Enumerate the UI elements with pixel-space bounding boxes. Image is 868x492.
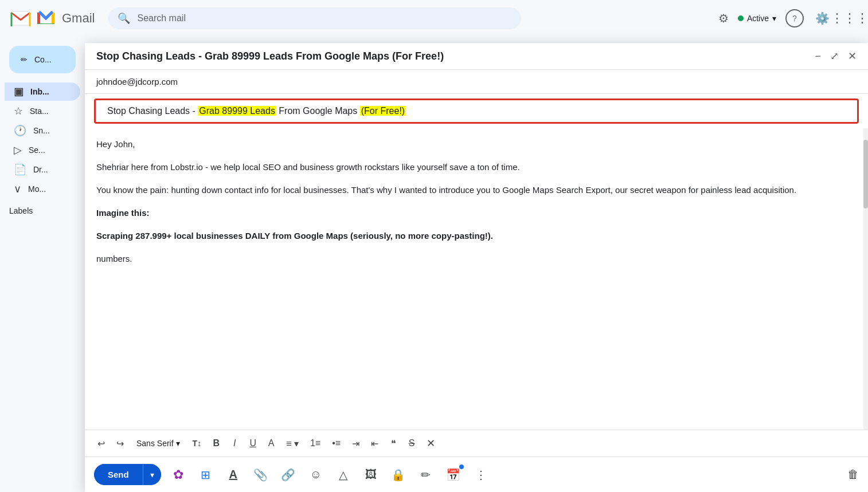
insert-link-button[interactable]: 🔗 [278,465,299,485]
settings-icon[interactable]: ⚙️ [813,9,831,27]
sidebar-item-snoozed[interactable]: 🕐 Sn... [5,121,80,140]
star-icon: ☆ [14,105,23,117]
labels-heading: Labels [0,199,85,218]
grid-view-button[interactable]: ⊞ [196,465,216,485]
expand-button[interactable]: ⤢ [830,50,839,62]
compose-actions: Send ▾ ✿ ⊞ A 📎 🔗 ☺ △ 🖼 🔒 ✏ 📅 ⋮ 🗑 [85,457,868,492]
gmail-background: Gmail 🔍 Search mail ⚙ Active ▾ ? ⚙️ ⋮⋮⋮ … [0,0,868,492]
body-scraping: Scraping 287.999+ local businesses DAILY… [96,229,857,243]
minimize-button[interactable]: − [815,50,821,62]
quote-button[interactable]: ❝ [386,436,400,451]
attach-file-button[interactable]: 📎 [251,465,271,485]
sent-icon: ▷ [14,144,22,156]
bold-button[interactable]: B [209,436,223,451]
indent-decrease-button[interactable]: ⇤ [367,436,382,451]
search-icon: 🔍 [118,12,130,25]
sidebar-item-inbox[interactable]: ▣ Inb... [5,82,80,101]
active-label: Active [747,14,769,23]
sidebar-label-drafts: Dr... [33,165,48,174]
gmail-m-icon [9,7,32,30]
body-pain: You know the pain: hunting down contact … [96,183,857,197]
body-imagine: Imagine this: [96,206,857,220]
sidebar-item-sent[interactable]: ▷ Se... [5,141,80,159]
subject-prefix: Stop Chasing Leads - [107,106,198,116]
underline-button[interactable]: U [246,436,260,451]
gmail-logo: Gmail [9,7,95,30]
window-controls: − ⤢ ✕ [815,50,857,62]
ai-flower-button[interactable]: ✿ [168,465,189,485]
snooze-icon: 🕐 [14,124,26,137]
subject-highlight-2: (For Free!) [360,106,406,116]
sidebar: ✏ Co... ▣ Inb... ☆ Sta... 🕐 Sn... ▷ Se..… [0,37,85,492]
insert-image-button[interactable]: 🖼 [361,465,381,485]
sidebar-label-snoozed: Sn... [33,126,50,135]
topbar-right: ⚙ Active ▾ ? ⚙️ ⋮⋮⋮ [718,9,859,27]
font-arrow-icon: ▾ [176,439,180,448]
inbox-icon: ▣ [14,85,24,98]
italic-button[interactable]: I [228,436,241,451]
compose-pencil-icon: ✏ [21,55,28,64]
sidebar-label-inbox: Inb... [30,87,49,96]
sidebar-label-more: Mo... [28,184,46,194]
filter-icon[interactable]: ⚙ [718,11,729,25]
body-intro: Shehriar here from Lobstr.io - we help l… [96,160,857,174]
compose-label: Co... [34,55,52,64]
body-numbers: numbers. [96,252,857,266]
to-field[interactable]: johndoe@jdcorp.com [85,70,868,94]
active-badge[interactable]: Active ▾ [738,14,776,23]
redo-button[interactable]: ↪ [113,436,127,451]
calendar-button[interactable]: 📅 [443,465,464,485]
svg-rect-2 [37,13,40,24]
compose-window: Stop Chasing Leads - Grab 89999 Leads Fr… [85,43,868,492]
more-icon: ∨ [14,183,21,195]
compose-button[interactable]: ✏ Co... [9,46,76,73]
confidential-button[interactable]: 🔒 [388,465,409,485]
send-button[interactable]: Send [94,464,143,485]
gmail-wordmark: Gmail [62,11,95,26]
active-dropdown-arrow[interactable]: ▾ [772,14,776,23]
signature-button[interactable]: ✏ [416,465,436,485]
subject-middle: From Google Maps [276,106,360,116]
search-bar[interactable]: 🔍 Search mail [108,7,521,29]
sidebar-item-drafts[interactable]: 📄 Dr... [5,160,80,179]
clear-format-button[interactable]: ✕ [423,435,439,452]
indent-increase-button[interactable]: ⇥ [349,436,363,451]
sidebar-item-starred[interactable]: ☆ Sta... [5,102,80,120]
format-text-button[interactable]: A [223,465,244,485]
drive-button[interactable]: △ [333,465,354,485]
send-dropdown-button[interactable]: ▾ [143,465,161,485]
body-scraping-bold: Scraping 287.999+ local businesses DAILY… [96,231,493,241]
text-size-button[interactable]: T↕ [189,436,205,450]
svg-rect-3 [52,13,54,24]
subject-highlight-1: Grab 89999 Leads [198,106,276,116]
scrollbar[interactable] [863,128,868,430]
to-address: johndoe@jdcorp.com [96,77,178,86]
subject-field[interactable]: Stop Chasing Leads - Grab 89999 Leads Fr… [94,99,859,124]
topbar: Gmail 🔍 Search mail ⚙ Active ▾ ? ⚙️ ⋮⋮⋮ [0,0,868,37]
scrollbar-thumb[interactable] [863,140,868,208]
body-greeting: Hey John, [96,137,857,151]
numbered-list-button[interactable]: 1≡ [307,436,324,451]
apps-grid-icon[interactable]: ⋮⋮⋮ [840,9,859,27]
sidebar-label-sent: Se... [29,145,45,155]
bullet-list-button[interactable]: •≡ [329,436,344,451]
align-button[interactable]: ≡ ▾ [283,436,302,451]
svg-rect-4 [37,23,54,24]
compose-title: Stop Chasing Leads - Grab 89999 Leads Fr… [96,50,444,62]
insert-emoji-button[interactable]: ☺ [306,465,326,485]
strikethrough-button[interactable]: S [405,436,419,451]
sidebar-item-more[interactable]: ∨ Mo... [5,180,80,198]
help-icon[interactable]: ? [785,9,804,27]
undo-button[interactable]: ↩ [94,436,108,451]
sidebar-label-starred: Sta... [30,107,49,116]
search-input[interactable]: Search mail [137,13,512,23]
more-options-button[interactable]: ⋮ [471,465,491,485]
text-color-button[interactable]: A [264,436,278,451]
send-button-group: Send ▾ [94,464,161,485]
gmail-icon [36,8,56,29]
delete-button[interactable]: 🗑 [847,468,859,481]
formatting-toolbar: ↩ ↪ Sans Serif ▾ T↕ B I U A ≡ ▾ 1≡ •≡ ⇥ … [85,430,868,457]
close-button[interactable]: ✕ [848,50,857,62]
email-body[interactable]: Hey John, Shehriar here from Lobstr.io -… [85,128,868,430]
font-selector[interactable]: Sans Serif ▾ [132,436,185,450]
